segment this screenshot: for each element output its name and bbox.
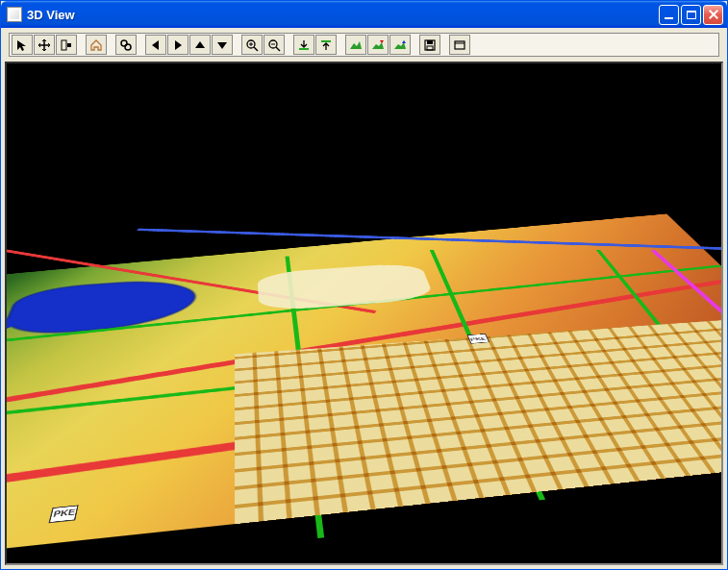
rotate-down-icon	[297, 38, 311, 52]
close-icon	[708, 9, 719, 20]
nav-down[interactable]	[212, 35, 233, 55]
terrain-green-icon	[349, 38, 363, 52]
properties[interactable]	[449, 35, 470, 55]
zoom-in-icon	[245, 38, 259, 52]
zoom-out-icon	[267, 38, 281, 52]
find-tool[interactable]	[115, 35, 137, 55]
pan-tool-icon	[38, 38, 51, 52]
toolbar	[9, 33, 719, 57]
svg-rect-1	[67, 43, 71, 47]
titlebar[interactable]: 3D View	[1, 1, 727, 28]
window-title: 3D View	[27, 8, 659, 22]
nav-right[interactable]	[167, 35, 188, 55]
nav-up[interactable]	[189, 35, 211, 55]
app-icon	[7, 7, 22, 22]
rotate-down[interactable]	[293, 35, 314, 55]
home-view-icon	[89, 38, 103, 52]
toolbar-area	[1, 28, 727, 62]
select-tool-icon	[15, 38, 29, 52]
svg-line-5	[254, 47, 258, 51]
svg-line-9	[276, 47, 280, 51]
rotate-up[interactable]	[315, 35, 337, 55]
nav-left-icon	[149, 38, 163, 52]
zoom-in[interactable]	[241, 35, 263, 55]
route-shield: PKE	[466, 334, 490, 344]
select-tool[interactable]	[12, 35, 33, 55]
find-tool-icon	[119, 38, 133, 52]
save-view[interactable]	[419, 35, 440, 55]
rotate-up-icon	[319, 38, 333, 52]
pan-tool[interactable]	[34, 35, 55, 55]
save-view-icon	[423, 38, 437, 52]
app-window: 3D View 40 PKE PKE	[0, 0, 728, 570]
window-controls	[659, 5, 723, 25]
home-view[interactable]	[86, 35, 107, 55]
terrain-green[interactable]	[345, 35, 366, 55]
nav-right-icon	[171, 38, 185, 52]
terrain-exag-up[interactable]	[389, 35, 411, 55]
nav-up-icon	[193, 38, 207, 52]
nav-left[interactable]	[145, 35, 166, 55]
svg-rect-12	[427, 40, 433, 44]
svg-rect-0	[62, 40, 66, 50]
maximize-button[interactable]	[681, 5, 701, 25]
route-shield: PKE	[49, 505, 79, 523]
svg-point-3	[125, 44, 131, 50]
close-button[interactable]	[703, 5, 723, 25]
terrain-surface: 40 PKE PKE	[5, 213, 723, 565]
nav-down-icon	[215, 38, 229, 52]
svg-rect-14	[455, 41, 464, 49]
3d-viewport[interactable]: 40 PKE PKE	[5, 62, 723, 565]
measure-tool-icon	[60, 38, 73, 52]
zoom-out[interactable]	[264, 35, 285, 55]
minimize-button[interactable]	[659, 5, 679, 25]
terrain-exag-down[interactable]	[367, 35, 389, 55]
terrain-exag-up-icon	[393, 38, 407, 52]
properties-icon	[453, 38, 466, 52]
measure-tool[interactable]	[56, 35, 77, 55]
terrain-exag-down-icon	[371, 38, 385, 52]
minimize-icon	[665, 17, 673, 19]
maximize-icon	[687, 11, 696, 19]
